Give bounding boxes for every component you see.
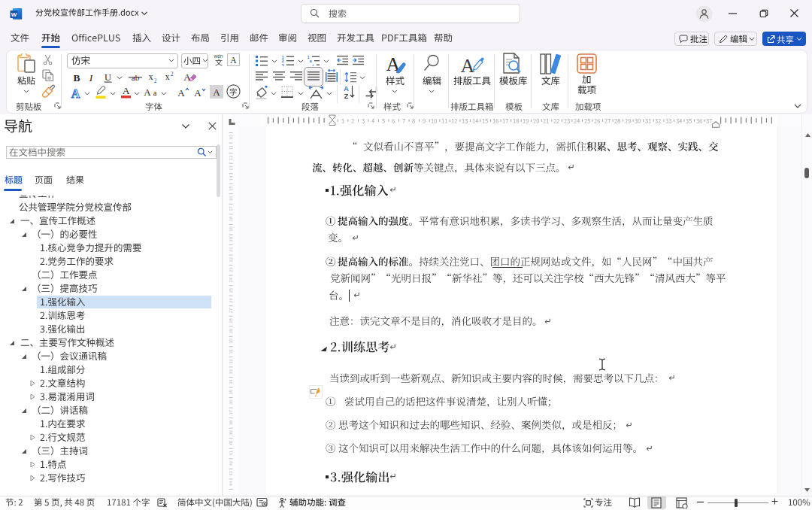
svg-text:33: 33 — [229, 369, 233, 374]
svg-text:11: 11 — [229, 145, 233, 150]
svg-text:12: 12 — [229, 156, 233, 160]
svg-text:42: 42 — [229, 461, 233, 466]
svg-text:43: 43 — [229, 471, 233, 475]
svg-text:40: 40 — [229, 441, 233, 445]
svg-text:29: 29 — [229, 329, 233, 333]
svg-text:35: 35 — [229, 390, 233, 394]
svg-text:41: 41 — [229, 451, 233, 455]
svg-text:38: 38 — [229, 420, 233, 425]
svg-text:32: 32 — [229, 359, 233, 363]
svg-text:22: 22 — [229, 257, 233, 262]
svg-text:24: 24 — [229, 277, 233, 282]
svg-text:25: 25 — [229, 288, 233, 293]
svg-text:30: 30 — [229, 338, 233, 343]
svg-text:13: 13 — [229, 165, 233, 170]
svg-text:19: 19 — [229, 226, 233, 231]
svg-text:15: 15 — [229, 186, 233, 190]
svg-text:17: 17 — [229, 206, 233, 211]
svg-text:20: 20 — [229, 237, 233, 241]
svg-text:34: 34 — [229, 379, 233, 384]
svg-text:23: 23 — [229, 268, 233, 272]
svg-text:36: 36 — [229, 400, 233, 405]
svg-text:18: 18 — [229, 217, 233, 221]
svg-text:39: 39 — [229, 430, 233, 435]
svg-text:27: 27 — [229, 308, 233, 313]
svg-text:16: 16 — [229, 196, 233, 201]
svg-text:37: 37 — [229, 410, 233, 414]
svg-text:28: 28 — [229, 318, 233, 323]
svg-text:26: 26 — [229, 298, 233, 302]
svg-text:10: 10 — [229, 135, 233, 140]
svg-text:14: 14 — [229, 175, 233, 181]
svg-text:31: 31 — [229, 349, 233, 354]
svg-text:44: 44 — [229, 481, 233, 486]
svg-text:21: 21 — [229, 247, 233, 251]
